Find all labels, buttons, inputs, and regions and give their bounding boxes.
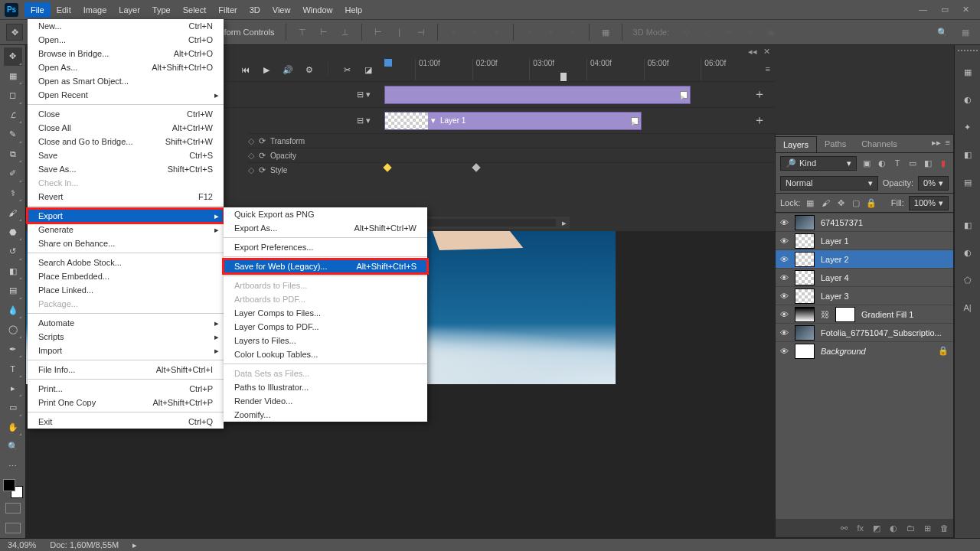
menu-item[interactable]: Automate▸	[28, 316, 224, 330]
menu-item[interactable]: Print One CopyAlt+Shift+Ctrl+P	[28, 396, 224, 409]
color-panel-icon[interactable]: ◧	[961, 148, 975, 161]
move-tool-icon[interactable]: ✥	[6, 24, 23, 41]
track-add-icon[interactable]: ＋	[753, 86, 766, 103]
link-mask-icon[interactable]: ⛓	[821, 310, 829, 319]
menu-item[interactable]: File Info...Alt+Shift+Ctrl+I	[28, 363, 224, 377]
lock-artboard-icon[interactable]: ▢	[851, 197, 861, 208]
panel-tab-paths[interactable]: Paths	[817, 136, 854, 152]
track-menu-icon[interactable]: ⊟	[357, 116, 364, 126]
layer-fx-icon[interactable]: fx	[857, 523, 864, 533]
menu-view[interactable]: View	[266, 2, 297, 18]
timeline-audio-icon[interactable]: 🔊	[282, 64, 294, 76]
menu-item[interactable]: Open as Smart Object...	[28, 74, 224, 88]
menu-item[interactable]: Export▸	[28, 209, 224, 223]
clip-handle-icon[interactable]: ▸	[631, 117, 639, 125]
filter-pixel-icon[interactable]: ▣	[861, 158, 872, 168]
artboard-tool[interactable]: ▦	[4, 67, 22, 86]
panel-handle[interactable]	[958, 50, 978, 53]
crop-tool[interactable]: ⧉	[4, 145, 22, 164]
menu-image[interactable]: Image	[77, 2, 113, 18]
menu-item[interactable]: Export As...Alt+Shift+Ctrl+W	[224, 221, 427, 235]
dist-top-icon[interactable]: ≡	[446, 24, 462, 41]
layer-row[interactable]: 👁Layer 3	[776, 286, 953, 305]
dodge-tool[interactable]: ◯	[4, 321, 22, 339]
menu-help[interactable]: Help	[339, 2, 369, 18]
layer-filter-kind[interactable]: 🔎 Kind ▾	[780, 156, 857, 171]
dist-vmid-icon[interactable]: ≡	[467, 24, 484, 41]
quick-select-tool[interactable]: ✎	[4, 126, 22, 144]
dist-hmid-icon[interactable]: ≡	[543, 24, 560, 41]
menu-item[interactable]: RevertF12	[28, 190, 224, 204]
doc-size[interactable]: Doc: 1,60M/8,55M	[50, 540, 119, 549]
track-chevron-icon[interactable]: ▾	[366, 116, 371, 126]
lock-all-icon[interactable]: 🔒	[866, 197, 877, 208]
fill-value[interactable]: 100%▾	[909, 196, 949, 210]
3d-pan-icon[interactable]: ⇔	[720, 24, 737, 41]
menu-item[interactable]: ExitCtrl+Q	[28, 415, 224, 429]
menu-item[interactable]: Share on Behance...	[28, 236, 224, 250]
tools-more[interactable]: ⋯	[4, 458, 22, 476]
filter-type-icon[interactable]: T	[892, 158, 903, 168]
timeline-settings-icon[interactable]: ⚙	[303, 64, 315, 76]
gradient-tool[interactable]: ▤	[4, 282, 22, 300]
pen-tool[interactable]: ✒	[4, 341, 22, 359]
layer-name[interactable]: Fotolia_67751047_Subscriptio...	[821, 328, 949, 337]
timeline-ruler[interactable]: 01:00f02:00f03:00f04:00f05:00f06:00f	[384, 59, 758, 80]
menu-item[interactable]: Open As...Alt+Shift+Ctrl+O	[28, 60, 224, 74]
visibility-icon[interactable]: 👁	[780, 255, 789, 264]
menu-layer[interactable]: Layer	[113, 2, 146, 18]
panel-tab-channels[interactable]: Channels	[854, 136, 904, 152]
brush-tool[interactable]: 🖌	[4, 204, 22, 222]
keyframe-lane[interactable]	[384, 163, 743, 172]
align-left-icon[interactable]: ⊢	[370, 24, 387, 41]
layer-row[interactable]: 👁Background🔒	[776, 341, 953, 360]
timeline-prev-icon[interactable]: ⏮	[239, 64, 251, 76]
align-right-icon[interactable]: ⊣	[413, 24, 430, 41]
lock-trans-icon[interactable]: ▦	[805, 197, 815, 208]
channels-panel-icon[interactable]: ◐	[961, 246, 975, 259]
new-layer-icon[interactable]: ⊞	[924, 523, 931, 533]
menu-filter[interactable]: Filter	[212, 2, 243, 18]
menu-item[interactable]: New...Ctrl+N	[28, 19, 224, 33]
layer-row[interactable]: 👁674157371	[776, 213, 953, 231]
swatches-panel-icon[interactable]: ▤	[961, 175, 975, 189]
menu-item[interactable]: Print...Ctrl+P	[28, 382, 224, 396]
color-swatch[interactable]	[3, 479, 23, 498]
stamp-tool[interactable]: ⬣	[4, 223, 22, 242]
panel-close-icon[interactable]: ✕	[763, 47, 770, 57]
track-menu-icon[interactable]: ⊟	[357, 90, 364, 99]
menu-item[interactable]: SaveCtrl+S	[28, 148, 224, 162]
menu-select[interactable]: Select	[177, 2, 213, 18]
menu-item[interactable]: Place Embedded...	[28, 269, 224, 283]
menu-edit[interactable]: Edit	[51, 2, 77, 18]
menu-item[interactable]: Render Video...	[224, 394, 427, 408]
menu-3d[interactable]: 3D	[243, 2, 266, 18]
align-top-icon[interactable]: ⊤	[294, 24, 311, 41]
menu-type[interactable]: Type	[146, 2, 177, 18]
menu-item[interactable]: Browse in Bridge...Alt+Ctrl+O	[28, 47, 224, 60]
clip-group[interactable]: ▸	[384, 86, 691, 104]
track-add-icon[interactable]: ＋	[753, 112, 766, 129]
new-group-icon[interactable]: 🗀	[906, 523, 915, 533]
filter-toggle[interactable]: ▮	[938, 158, 949, 168]
3d-zoom-icon[interactable]: ▣	[763, 24, 779, 41]
properties-panel-icon[interactable]: ▦	[961, 65, 975, 79]
menu-item[interactable]: CloseCtrl+W	[28, 107, 224, 121]
align-hmid-icon[interactable]: ∣	[391, 24, 408, 41]
menu-item[interactable]: Quick Export as PNG	[224, 207, 427, 221]
adjustment-layer-icon[interactable]: ◐	[890, 523, 897, 533]
layer-row[interactable]: 👁Layer 4	[776, 268, 953, 286]
lock-pos-icon[interactable]: ✥	[835, 197, 846, 208]
filter-shape-icon[interactable]: ▭	[907, 158, 918, 168]
zoom-level[interactable]: 34,09%	[8, 540, 36, 549]
timeline-transition-icon[interactable]: ◪	[362, 64, 374, 76]
timeline-play-icon[interactable]: ▶	[260, 64, 273, 76]
menu-file[interactable]: File	[24, 2, 51, 18]
layer-name[interactable]: Layer 2	[821, 255, 949, 264]
visibility-icon[interactable]: 👁	[780, 218, 789, 227]
keyframe[interactable]	[472, 163, 480, 171]
panel-expand-icon[interactable]: ▸▸	[932, 138, 941, 148]
visibility-icon[interactable]: 👁	[780, 236, 789, 246]
auto-align-icon[interactable]: ▦	[597, 24, 614, 41]
hand-tool[interactable]: ✋	[4, 419, 22, 437]
